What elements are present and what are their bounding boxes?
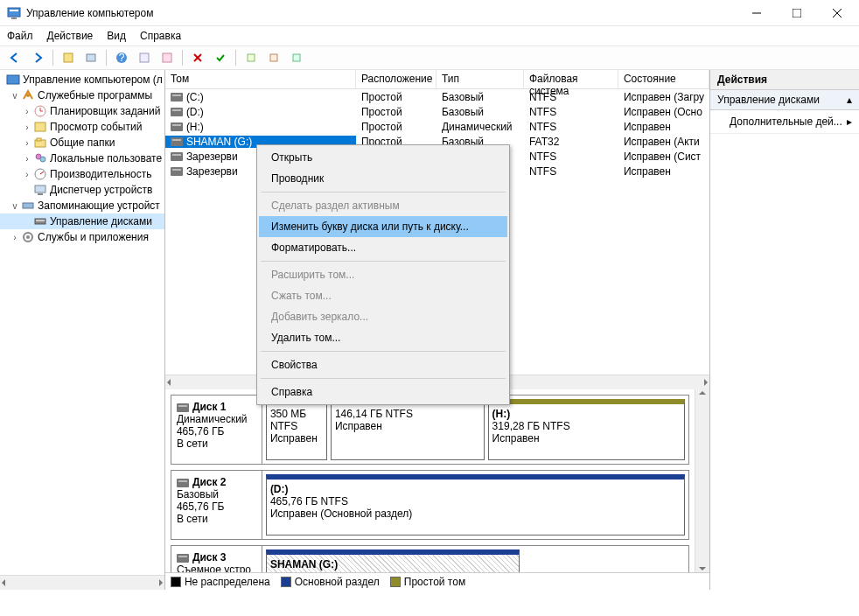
volume-icon [171,122,183,131]
svg-rect-2 [11,18,17,19]
window-title: Управление компьютером [26,7,737,19]
tree-label: Диспетчер устройств [50,184,152,196]
part-size: 3,77 ГБ FAT32 [270,570,515,572]
tree-eventviewer[interactable]: ›Просмотр событий [0,119,164,135]
partition-selected[interactable]: SHAMAN (G:) 3,77 ГБ FAT32 Исправен (Акти… [266,550,520,572]
part-size: 465,76 ГБ NTFS [270,495,681,508]
tb-icon-3[interactable] [135,48,154,67]
disk-state: В сети [177,513,256,525]
legend-label: Простой том [404,576,465,588]
minimize-button[interactable] [737,0,777,26]
ctx-open[interactable]: Открыть [259,147,507,168]
ctx-help[interactable]: Справка [259,382,507,402]
svg-rect-25 [37,138,41,141]
tree-devmgr[interactable]: Диспетчер устройств [0,182,164,198]
tree-label: Служебные программы [38,89,152,102]
forward-button[interactable] [28,48,47,67]
disk-label[interactable]: Диск 3 Съемное устро 3,77 ГБ В сети [171,546,262,572]
ctx-change-letter[interactable]: Изменить букву диска или путь к диску... [259,216,507,237]
svg-rect-34 [36,220,45,221]
svg-rect-32 [23,203,33,208]
col-volume[interactable]: Том [165,70,356,88]
part-status: Исправен [270,432,323,444]
close-button[interactable] [817,0,857,26]
menu-action[interactable]: Действие [47,30,94,42]
disk-label[interactable]: Диск 2 Базовый 465,76 ГБ В сети [171,471,262,539]
actions-group-label: Управление дисками [717,94,820,106]
col-fs[interactable]: Файловая система [524,70,618,88]
tree-label: Общие папки [50,136,115,149]
tree-shared[interactable]: ›Общие папки [0,135,164,150]
svg-rect-4 [793,9,801,18]
check-icon[interactable] [211,48,230,67]
svg-point-36 [26,235,30,239]
svg-rect-18 [7,75,19,84]
tree-storage[interactable]: vЗапоминающие устройст [0,198,164,214]
col-type[interactable]: Тип [436,70,524,88]
tree-system-tools[interactable]: vСлужебные программы [0,88,164,103]
titlebar: Управление компьютером [0,0,859,26]
volume-row[interactable]: (H:)ПростойДинамическийNTFSИсправен [165,119,709,134]
tb-icon-4[interactable] [157,48,177,67]
help-icon[interactable]: ? [112,48,131,67]
svg-rect-11 [140,53,149,62]
volume-row[interactable]: (D:)ПростойБазовыйNTFSИсправен (Осно [165,104,709,119]
tree-services[interactable]: ›Службы и приложения [0,229,164,245]
volume-icon [171,152,183,161]
disks-panel: Диск 1 Динамический 465,76 ГБ В сети 350… [165,389,709,572]
volume-icon [171,93,183,102]
legend-swatch-unalloc [171,577,181,587]
nav-tree: Управление компьютером (л vСлужебные про… [0,70,165,590]
svg-rect-0 [8,8,20,17]
menu-view[interactable]: Вид [107,30,126,42]
menu-file[interactable]: Файл [7,30,33,42]
disk-type: Съемное устро [177,564,256,572]
tree-diskmgmt[interactable]: Управление дисками [0,214,164,229]
part-status: Исправен [335,420,480,432]
ctx-delete[interactable]: Удалить том... [259,327,507,348]
partition[interactable]: 350 МБ NTFS Исправен [266,399,327,460]
volume-row[interactable]: (C:)ПростойБазовыйNTFSИсправен (Загру [165,89,709,104]
legend: Не распределена Основной раздел Простой … [165,572,709,590]
disks-vscroll[interactable] [695,389,709,572]
tree-label: Планировщик заданий [50,105,160,117]
tree-scheduler[interactable]: ›Планировщик заданий [0,103,164,119]
tree-users[interactable]: ›Локальные пользовате [0,150,164,166]
col-status[interactable]: Состояние [618,70,709,88]
menu-help[interactable]: Справка [140,30,181,42]
maximize-button[interactable] [777,0,817,26]
partition[interactable]: (D:) 465,76 ГБ NTFS Исправен (Основной р… [266,474,685,536]
ctx-explorer[interactable]: Проводник [259,168,507,189]
tree-hscroll[interactable] [0,575,164,590]
tb-icon-7[interactable] [287,48,306,67]
disk-row: Диск 1 Динамический 465,76 ГБ В сети 350… [171,395,689,465]
volumes-header: Том Расположение Тип Файловая система Со… [165,70,709,89]
tree-label: Локальные пользовате [50,152,162,164]
actions-group[interactable]: Управление дисками▴ [710,90,859,110]
ctx-properties[interactable]: Свойства [259,354,507,375]
part-name: (D:) [270,483,681,495]
part-name: SHAMAN (G:) [270,558,515,570]
tree-label: Запоминающие устройст [38,200,160,212]
svg-rect-1 [10,10,18,11]
delete-icon[interactable] [188,48,207,67]
svg-rect-12 [163,53,171,62]
disk-icon [177,479,189,487]
actions-more[interactable]: Дополнительные дей...▸ [710,110,859,134]
tb-icon-5[interactable] [241,48,261,67]
partition[interactable]: 146,14 ГБ NTFS Исправен [331,399,485,460]
tb-icon-1[interactable] [59,48,78,67]
tb-icon-2[interactable] [81,48,101,67]
tb-icon-6[interactable] [264,48,283,67]
ctx-format[interactable]: Форматировать... [259,237,507,258]
col-layout[interactable]: Расположение [356,70,436,88]
tree-root[interactable]: Управление компьютером (л [0,72,164,88]
disk-label[interactable]: Диск 1 Динамический 465,76 ГБ В сети [171,396,262,464]
disk-name: Диск 2 [192,476,227,488]
tree-perf[interactable]: ›Производительность [0,166,164,182]
back-button[interactable] [5,48,24,67]
svg-rect-8 [87,54,95,61]
tree-label: Управление дисками [50,215,152,228]
tree-label: Службы и приложения [38,231,149,243]
partition[interactable]: (H:) 319,28 ГБ NTFS Исправен [488,399,685,460]
